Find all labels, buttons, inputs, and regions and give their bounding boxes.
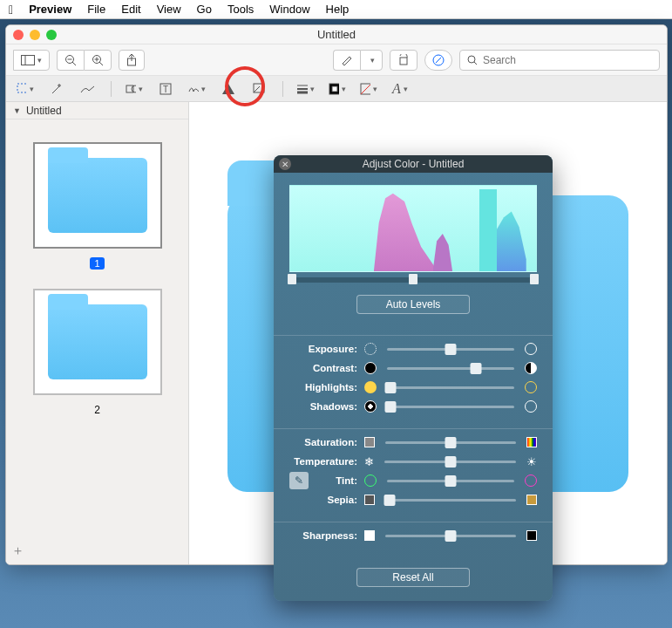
svg-rect-15 (17, 84, 27, 92)
zoom-window-button[interactable] (46, 30, 57, 40)
tint-eyedropper-button[interactable]: ✎ (289, 472, 309, 489)
window-title: Untitled (317, 28, 356, 41)
add-page-button[interactable]: ＋ (11, 543, 24, 559)
sepia-knob[interactable] (384, 495, 395, 506)
sidebar-view-icon (21, 55, 35, 65)
levels-black-point-handle[interactable] (288, 274, 296, 284)
sepia-label: Sepia: (289, 495, 357, 505)
main-toolbar: ▾ ▾ (6, 44, 667, 76)
disclosure-triangle-icon[interactable]: ▼ (13, 106, 21, 115)
highlights-high-icon (525, 381, 537, 393)
menu-go[interactable]: Go (197, 3, 212, 16)
app-menu[interactable]: Preview (29, 3, 71, 16)
saturation-high-icon (526, 437, 537, 447)
page-thumbnail-2[interactable]: 2 (33, 289, 162, 416)
saturation-slider[interactable]: Saturation: (289, 433, 537, 452)
pencil-draw-icon (80, 84, 96, 94)
instant-alpha-tool[interactable] (48, 82, 65, 96)
menu-file[interactable]: File (87, 3, 105, 16)
contrast-slider[interactable]: Contrast: (289, 358, 537, 378)
tint-green-icon (364, 474, 377, 487)
tint-slider[interactable]: ✎ Tint: (289, 471, 537, 490)
exposure-label: Exposure: (289, 344, 357, 354)
temperature-knob[interactable] (445, 456, 456, 468)
saturation-label: Saturation: (289, 437, 357, 447)
close-window-button[interactable] (13, 30, 24, 40)
auto-levels-button[interactable]: Auto Levels (356, 295, 470, 314)
zoom-in-icon (92, 54, 104, 66)
menu-window[interactable]: Window (269, 3, 309, 16)
panel-titlebar[interactable]: ✕ Adjust Color - Untitled (274, 155, 553, 173)
zoom-out-icon (64, 54, 77, 66)
chevron-down-icon: ▾ (370, 56, 375, 65)
markup-button[interactable] (333, 50, 360, 71)
exposure-slider[interactable]: Exposure: (289, 339, 537, 358)
menu-help[interactable]: Help (326, 3, 350, 16)
contrast-knob[interactable] (471, 363, 482, 374)
menu-edit[interactable]: Edit (121, 3, 140, 16)
system-menubar:  Preview File Edit View Go Tools Window… (0, 0, 672, 19)
zoom-out-button[interactable] (57, 50, 84, 71)
exposure-knob[interactable] (445, 344, 457, 355)
search-field[interactable] (459, 50, 660, 71)
levels-mid-point-handle[interactable] (409, 274, 417, 284)
panel-close-button[interactable]: ✕ (279, 158, 291, 170)
aperture-low-icon (364, 343, 377, 355)
share-button[interactable] (119, 50, 145, 71)
temperature-slider[interactable]: Temperature: ❄︎ ☀︎ (289, 452, 537, 471)
line-style-tool[interactable]: ▾ (297, 84, 315, 94)
sketch-tool[interactable] (79, 84, 97, 94)
light-group: Exposure: Contrast: Highlights: Shadows: (274, 336, 553, 429)
zoom-in-button[interactable] (84, 50, 112, 71)
sharpness-slider[interactable]: Sharpness: (289, 526, 537, 545)
markup-menu-button[interactable]: ▾ (360, 50, 383, 71)
panel-title: Adjust Color - Untitled (363, 158, 465, 170)
fill-color-tool[interactable]: ▾ (360, 83, 377, 95)
contrast-label: Contrast: (289, 363, 357, 373)
tint-knob[interactable] (445, 475, 457, 487)
sepia-slider[interactable]: Sepia: (289, 490, 537, 509)
folder-icon (33, 142, 162, 249)
menu-view[interactable]: View (157, 3, 181, 16)
tint-label: Tint: (316, 475, 357, 486)
markup-toolbar-toggle[interactable] (424, 50, 452, 71)
sharpness-high-icon (526, 530, 537, 541)
search-input[interactable] (483, 54, 652, 66)
highlights-knob[interactable] (385, 382, 397, 393)
apple-menu-icon[interactable]:  (9, 3, 13, 17)
shadows-knob[interactable] (385, 401, 397, 413)
shapes-tool[interactable]: ▾ (126, 83, 143, 95)
saturation-knob[interactable] (445, 437, 457, 448)
text-tool[interactable]: T (157, 83, 174, 95)
markup-toolbar: ▾ ▾ T ▾ ▾ ▾ ▾ A▾ (6, 76, 667, 102)
page-thumbnail-1[interactable]: 1 (33, 142, 162, 270)
folder-icon (33, 289, 162, 395)
levels-slider[interactable] (289, 277, 537, 283)
share-icon (126, 54, 137, 66)
pen-circle-icon (432, 54, 445, 66)
border-color-tool[interactable]: ▾ (329, 83, 346, 95)
sharpness-label: Sharpness: (289, 530, 357, 541)
adjust-color-panel: ✕ Adjust Color - Untitled Auto Levels Ex… (274, 155, 553, 601)
selection-tool[interactable]: ▾ (17, 83, 34, 95)
menu-tools[interactable]: Tools (227, 3, 254, 16)
sharpness-knob[interactable] (445, 530, 457, 542)
temperature-cool-icon: ❄︎ (364, 455, 374, 468)
view-mode-button[interactable]: ▾ (13, 50, 50, 71)
sign-tool[interactable]: ▾ (188, 83, 206, 95)
shadows-label: Shadows: (289, 401, 357, 412)
temperature-label: Temperature: (289, 456, 357, 467)
sepia-low-icon (364, 495, 375, 505)
page-number: 2 (33, 404, 162, 416)
reset-all-button[interactable]: Reset All (356, 568, 470, 587)
levels-white-point-handle[interactable] (530, 274, 539, 284)
sidebar-header[interactable]: ▼ Untitled (6, 102, 188, 119)
tint-magenta-icon (525, 474, 537, 487)
rotate-button[interactable] (390, 50, 417, 71)
highlighter-icon (341, 55, 353, 65)
shadows-slider[interactable]: Shadows: (289, 397, 537, 416)
minimize-window-button[interactable] (30, 30, 40, 40)
text-style-tool[interactable]: A▾ (391, 81, 409, 97)
line-weight-icon (297, 84, 308, 94)
highlights-slider[interactable]: Highlights: (289, 378, 537, 397)
